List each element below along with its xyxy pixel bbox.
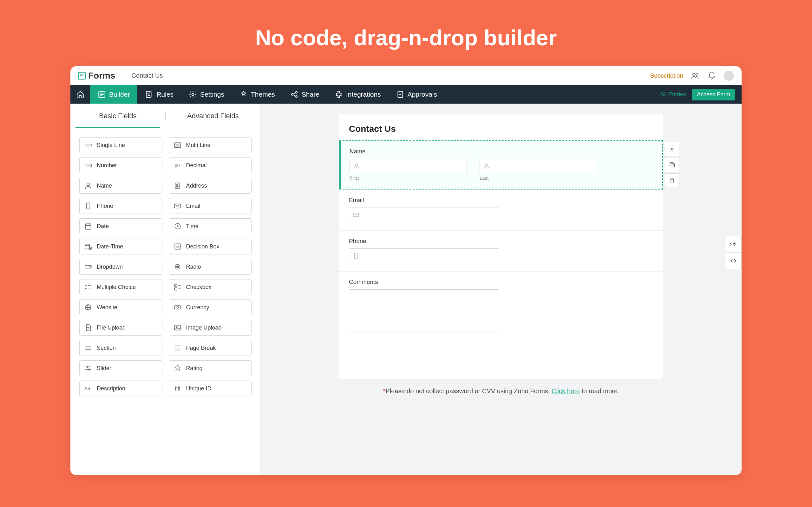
field-chip-image[interactable]: Image Upload bbox=[169, 320, 252, 336]
field-duplicate-button[interactable] bbox=[665, 158, 679, 172]
svg-line-12 bbox=[293, 93, 296, 94]
field-chip-phone[interactable]: Phone bbox=[79, 198, 162, 214]
field-chip-number[interactable]: 123Number bbox=[79, 158, 162, 173]
field-chip-name[interactable]: Name bbox=[79, 178, 162, 193]
field-chip-label: Email bbox=[186, 203, 200, 210]
radio-icon bbox=[173, 263, 182, 271]
tab-advanced-fields[interactable]: Advanced Fields bbox=[165, 104, 260, 128]
field-chip-label: Address bbox=[186, 182, 207, 189]
nav-label: Rules bbox=[156, 91, 173, 98]
nav-themes[interactable]: Themes bbox=[232, 85, 283, 104]
themes-icon bbox=[240, 90, 248, 99]
phone-input[interactable] bbox=[349, 248, 499, 263]
field-chip-email[interactable]: Email bbox=[169, 198, 252, 214]
nav-share[interactable]: Share bbox=[283, 85, 327, 104]
datetime-icon bbox=[84, 242, 92, 250]
field-chip-multi-line[interactable]: Multi Line bbox=[169, 137, 252, 153]
field-chip-rating[interactable]: Rating bbox=[169, 360, 252, 376]
field-chip-file[interactable]: File Upload bbox=[79, 320, 162, 336]
field-chip-multiple[interactable]: Multiple Choice bbox=[79, 279, 162, 295]
field-label: Phone bbox=[349, 238, 653, 245]
field-chip-label: Number bbox=[97, 162, 117, 169]
brand[interactable]: Forms bbox=[78, 71, 115, 81]
access-form-button[interactable]: Access Form bbox=[692, 89, 735, 101]
field-chip-single-line[interactable]: Single Line bbox=[79, 137, 162, 153]
field-settings-button[interactable] bbox=[665, 142, 679, 156]
svg-point-40 bbox=[176, 266, 179, 268]
field-chip-slider[interactable]: Slider bbox=[79, 360, 162, 376]
field-chip-label: Decimal bbox=[186, 162, 207, 169]
field-chip-checkbox[interactable]: Checkbox bbox=[169, 279, 252, 295]
breadcrumb[interactable]: Contact Us bbox=[132, 72, 163, 79]
field-delete-button[interactable] bbox=[665, 173, 679, 188]
field-chip-label: Page Break bbox=[186, 345, 216, 351]
nav-approvals[interactable]: Approvals bbox=[389, 85, 445, 104]
field-chip-address[interactable]: Address bbox=[169, 178, 252, 193]
field-chip-section[interactable]: Section bbox=[79, 340, 162, 356]
nav-label: Approvals bbox=[408, 91, 437, 98]
rules-icon bbox=[145, 90, 153, 99]
checkbox-icon bbox=[173, 283, 182, 291]
fields-grid: Single LineMulti Line123Number.00Decimal… bbox=[70, 128, 260, 405]
page-headline: No code, drag-n-drop builder bbox=[0, 0, 812, 66]
field-chip-pagebreak[interactable]: Page Break bbox=[169, 340, 252, 356]
field-chip-currency[interactable]: Currency bbox=[169, 299, 252, 315]
field-chip-date[interactable]: Date bbox=[79, 218, 162, 234]
svg-rect-76 bbox=[670, 163, 673, 166]
svg-point-51 bbox=[177, 306, 178, 308]
field-chip-label: Decision Box bbox=[186, 243, 219, 250]
svg-rect-43 bbox=[174, 284, 177, 287]
address-icon bbox=[173, 181, 182, 190]
field-chip-datetime[interactable]: Date-Time bbox=[79, 239, 162, 255]
avatar[interactable] bbox=[724, 71, 734, 81]
field-chip-label: Description bbox=[97, 385, 125, 392]
tab-basic-fields[interactable]: Basic Fields bbox=[70, 104, 165, 128]
svg-point-63 bbox=[87, 366, 88, 368]
decision-icon bbox=[173, 242, 182, 250]
app-window: Forms Contact Us Subscription Builder Ru… bbox=[70, 66, 742, 475]
svg-point-8 bbox=[192, 94, 194, 96]
form-field-comments[interactable]: Comments bbox=[339, 271, 663, 341]
first-name-input[interactable] bbox=[350, 159, 467, 173]
field-chip-uniqueid[interactable]: Unique ID bbox=[169, 381, 252, 396]
nav-builder[interactable]: Builder bbox=[90, 85, 137, 104]
field-chip-label: Date-Time bbox=[97, 243, 123, 250]
all-entries-link[interactable]: All Entries bbox=[660, 91, 686, 98]
field-chip-website[interactable]: Website bbox=[79, 299, 162, 315]
bell-icon[interactable] bbox=[707, 71, 716, 80]
form-title: Contact Us bbox=[339, 114, 663, 140]
currency-icon bbox=[173, 303, 182, 312]
rail-code-button[interactable] bbox=[725, 252, 742, 269]
rating-icon bbox=[173, 364, 182, 372]
field-chip-label: Multi Line bbox=[186, 142, 211, 149]
nav-home[interactable] bbox=[70, 85, 90, 104]
rail-collapse-button[interactable] bbox=[725, 236, 742, 252]
svg-point-23 bbox=[87, 183, 90, 186]
svg-text:Aa: Aa bbox=[84, 386, 90, 391]
nav-rules[interactable]: Rules bbox=[137, 85, 181, 104]
field-chip-description[interactable]: AaDescription bbox=[79, 381, 162, 396]
field-chip-dropdown[interactable]: Dropdown bbox=[79, 259, 162, 275]
multi-line-icon bbox=[173, 141, 182, 149]
last-name-input[interactable] bbox=[479, 159, 597, 173]
subscription-link[interactable]: Subscription bbox=[650, 72, 683, 79]
description-icon: Aa bbox=[84, 384, 92, 393]
comments-textarea[interactable] bbox=[349, 289, 499, 332]
field-label: Comments bbox=[349, 279, 653, 285]
field-chip-label: Section bbox=[97, 345, 116, 351]
notice-text-b: to read more. bbox=[580, 388, 619, 395]
form-field-name[interactable]: Name First Last bbox=[339, 140, 663, 189]
field-chip-radio[interactable]: Radio bbox=[169, 259, 252, 275]
email-input[interactable] bbox=[349, 208, 499, 222]
field-chip-decimal[interactable]: .00Decimal bbox=[169, 158, 252, 173]
field-chip-time[interactable]: Time bbox=[169, 218, 252, 234]
field-chip-decision[interactable]: Decision Box bbox=[169, 239, 252, 255]
nav-integrations[interactable]: Integrations bbox=[327, 85, 389, 104]
form-field-email[interactable]: Email bbox=[339, 189, 663, 230]
notice-link[interactable]: Click here bbox=[552, 388, 580, 395]
form-field-phone[interactable]: Phone bbox=[339, 230, 663, 271]
phone-icon bbox=[352, 252, 359, 259]
users-icon[interactable] bbox=[691, 71, 700, 80]
nav-settings[interactable]: Settings bbox=[181, 85, 232, 104]
field-chip-label: File Upload bbox=[97, 325, 125, 331]
